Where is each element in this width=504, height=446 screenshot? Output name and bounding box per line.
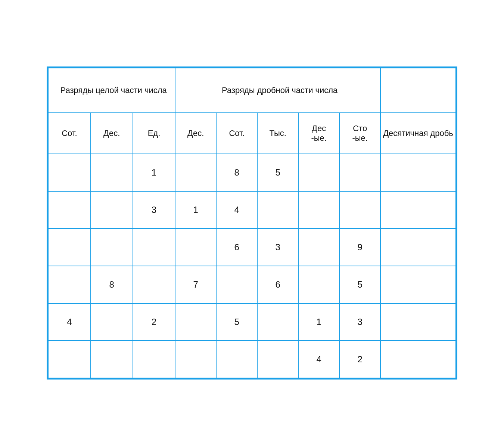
cell-r4c2: 8 xyxy=(91,266,133,303)
cell-r3c6: 3 xyxy=(257,229,298,266)
header-decimal xyxy=(380,68,456,113)
cell-r1c4 xyxy=(175,154,216,191)
cell-r6c1 xyxy=(48,341,90,378)
main-table-container: Разряды целой части числа Разряды дробно… xyxy=(47,66,457,380)
cell-r5c2 xyxy=(91,303,133,341)
cell-r2c4: 1 xyxy=(175,191,216,229)
cell-r6c9 xyxy=(380,341,456,378)
cell-r6c5 xyxy=(216,341,257,378)
cell-r2c2 xyxy=(91,191,133,229)
cell-r4c6: 6 xyxy=(257,266,298,303)
cell-r2c6 xyxy=(257,191,298,229)
cell-r3c1 xyxy=(48,229,90,266)
cell-r5c3: 2 xyxy=(133,303,175,341)
cell-r4c5 xyxy=(216,266,257,303)
table-row: 6 3 9 xyxy=(48,229,456,266)
col-header-row: Сот. Дес. Ед. Дес. Сот. Тыс. Дес-ые. Сто… xyxy=(48,113,456,154)
cell-r6c2 xyxy=(91,341,133,378)
cell-r4c4: 7 xyxy=(175,266,216,303)
cell-r3c7 xyxy=(298,229,339,266)
cell-r4c9 xyxy=(380,266,456,303)
col-header-des-ye: Дес-ые. xyxy=(298,113,339,154)
cell-r5c8: 3 xyxy=(339,303,380,341)
cell-r1c5: 8 xyxy=(216,154,257,191)
cell-r2c5: 4 xyxy=(216,191,257,229)
col-header-tys: Тыс. xyxy=(257,113,298,154)
cell-r1c9 xyxy=(380,154,456,191)
cell-r3c8: 9 xyxy=(339,229,380,266)
cell-r5c1: 4 xyxy=(48,303,90,341)
cell-r3c4 xyxy=(175,229,216,266)
cell-r2c8 xyxy=(339,191,380,229)
table-row: 4 2 5 1 3 xyxy=(48,303,456,341)
cell-r6c3 xyxy=(133,341,175,378)
col-header-sot2: Сот. xyxy=(216,113,257,154)
cell-r2c7 xyxy=(298,191,339,229)
cell-r1c8 xyxy=(339,154,380,191)
cell-r3c9 xyxy=(380,229,456,266)
cell-r3c2 xyxy=(91,229,133,266)
cell-r5c4 xyxy=(175,303,216,341)
cell-r2c3: 3 xyxy=(133,191,175,229)
cell-r1c6: 5 xyxy=(257,154,298,191)
col-header-decimal-drobь: Десятичная дробь xyxy=(380,113,456,154)
col-header-des1: Дес. xyxy=(91,113,133,154)
header-top-row: Разряды целой части числа Разряды дробно… xyxy=(48,68,456,113)
cell-r3c3 xyxy=(133,229,175,266)
col-header-sto-ye: Сто-ые. xyxy=(339,113,380,154)
cell-r1c3: 1 xyxy=(133,154,175,191)
cell-r5c6 xyxy=(257,303,298,341)
table-row: 4 2 xyxy=(48,341,456,378)
col-header-ed: Ед. xyxy=(133,113,175,154)
number-table: Разряды целой части числа Разряды дробно… xyxy=(48,68,456,378)
cell-r6c7: 4 xyxy=(298,341,339,378)
cell-r2c1 xyxy=(48,191,90,229)
cell-r6c6 xyxy=(257,341,298,378)
cell-r2c9 xyxy=(380,191,456,229)
cell-r4c7 xyxy=(298,266,339,303)
cell-r1c2 xyxy=(91,154,133,191)
cell-r3c5: 6 xyxy=(216,229,257,266)
cell-r5c9 xyxy=(380,303,456,341)
cell-r1c7 xyxy=(298,154,339,191)
table-row: 1 8 5 xyxy=(48,154,456,191)
col-header-des2: Дес. xyxy=(175,113,216,154)
cell-r5c7: 1 xyxy=(298,303,339,341)
table-row: 8 7 6 5 xyxy=(48,266,456,303)
cell-r6c8: 2 xyxy=(339,341,380,378)
col-header-sot: Сот. xyxy=(48,113,90,154)
cell-r1c1 xyxy=(48,154,90,191)
header-fraction-part: Разряды дробной части числа xyxy=(175,68,380,113)
cell-r5c5: 5 xyxy=(216,303,257,341)
cell-r4c1 xyxy=(48,266,90,303)
table-row: 3 1 4 xyxy=(48,191,456,229)
cell-r4c3 xyxy=(133,266,175,303)
header-whole-part: Разряды целой части числа xyxy=(48,68,175,113)
cell-r6c4 xyxy=(175,341,216,378)
cell-r4c8: 5 xyxy=(339,266,380,303)
table-body: 1 8 5 3 1 4 xyxy=(48,154,456,378)
